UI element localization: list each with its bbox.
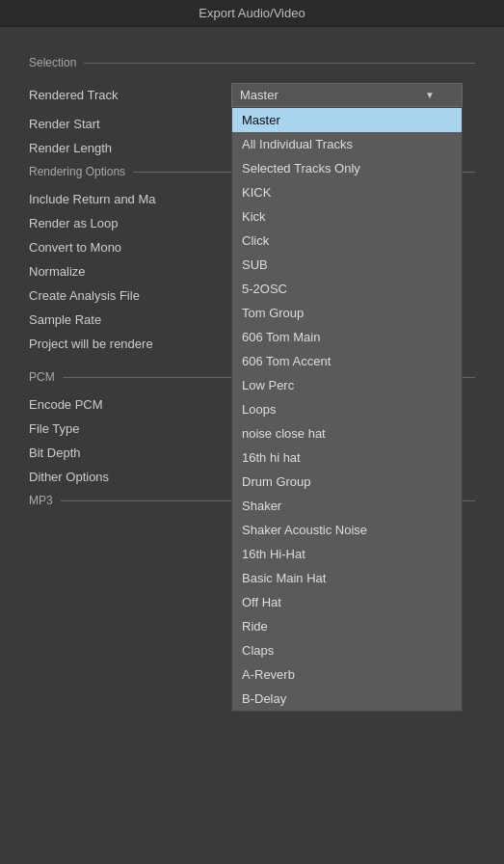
list-item[interactable]: Shaker	[232, 494, 462, 518]
list-item[interactable]: Low Perc	[232, 373, 462, 397]
dither-options-label: Dither Options	[29, 470, 231, 484]
list-item[interactable]: Selected Tracks Only	[232, 156, 462, 180]
list-item[interactable]: Master	[232, 108, 462, 132]
list-item[interactable]: All Individual Tracks	[232, 132, 462, 156]
list-item[interactable]: Ride	[232, 614, 462, 638]
render-length-label: Render Length	[29, 141, 231, 155]
list-item[interactable]: Loops	[232, 397, 462, 421]
render-start-label: Render Start	[29, 117, 231, 131]
list-item[interactable]: 16th Hi-Hat	[232, 542, 462, 566]
dropdown-arrow-icon: ▼	[425, 90, 435, 100]
list-item[interactable]: Off Hat	[232, 590, 462, 614]
list-item[interactable]: Claps	[232, 638, 462, 662]
list-item[interactable]: Drum Group	[232, 470, 462, 494]
rendered-track-row: Rendered Track Master ▼ MasterAll Indivi…	[29, 83, 475, 107]
list-item[interactable]: Basic Main Hat	[232, 566, 462, 590]
title-bar: Export Audio/Video	[0, 0, 504, 27]
main-panel: Selection Rendered Track Master ▼ Master…	[0, 27, 504, 540]
list-item[interactable]: noise close hat	[232, 421, 462, 446]
create-analysis-file-label: Create Analysis File	[29, 288, 231, 303]
rendered-track-dropdown[interactable]: Master ▼	[231, 83, 463, 107]
normalize-label: Normalize	[29, 264, 231, 279]
list-item[interactable]: 606 Tom Accent	[232, 349, 462, 373]
list-item[interactable]: 16th hi hat	[232, 446, 462, 470]
list-item[interactable]: 5-2OSC	[232, 277, 462, 301]
list-item[interactable]: 606 Tom Main	[232, 325, 462, 349]
list-item[interactable]: Click	[232, 229, 462, 253]
list-item[interactable]: Tom Group	[232, 301, 462, 325]
dropdown-list[interactable]: MasterAll Individual TracksSelected Trac…	[231, 107, 463, 712]
sample-rate-label: Sample Rate	[29, 312, 231, 327]
list-item[interactable]: A-Reverb	[232, 662, 462, 687]
render-as-loop-label: Render as Loop	[29, 216, 231, 230]
include-return-label: Include Return and Ma	[29, 192, 231, 206]
section-selection: Selection	[29, 56, 475, 69]
project-rendered-label: Project will be rendere	[29, 337, 231, 351]
rendered-track-label: Rendered Track	[29, 88, 231, 102]
list-item[interactable]: Kick	[232, 204, 462, 229]
list-item[interactable]: B-Delay	[232, 687, 462, 711]
convert-to-mono-label: Convert to Mono	[29, 240, 231, 255]
rendered-track-dropdown-container: Master ▼ MasterAll Individual TracksSele…	[231, 83, 463, 107]
bit-depth-label: Bit Depth	[29, 446, 231, 460]
title-bar-label: Export Audio/Video	[199, 6, 305, 20]
encode-pcm-label: Encode PCM	[29, 397, 231, 412]
list-item[interactable]: SUB	[232, 253, 462, 277]
list-item[interactable]: Shaker Acoustic Noise	[232, 518, 462, 542]
list-item[interactable]: KICK	[232, 180, 462, 204]
dropdown-selected-value: Master	[240, 88, 279, 102]
file-type-label: File Type	[29, 421, 231, 436]
